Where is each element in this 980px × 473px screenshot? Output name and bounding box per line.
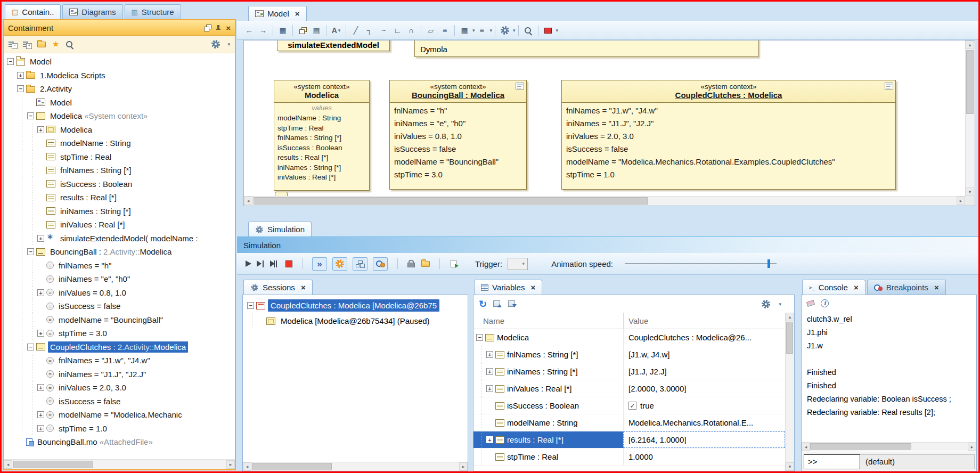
zoom-search-icon[interactable]	[521, 24, 535, 37]
line-style-icon[interactable]: ╱	[349, 24, 363, 37]
variable-row[interactable]: +results : Real [*][6.2164, 1.0000]	[473, 431, 785, 448]
paste-icon[interactable]: ▤	[309, 24, 323, 37]
tab-sessions[interactable]: Sessions ×	[243, 280, 313, 295]
session-item[interactable]: Modelica [Modelica@26b75434] (Paused)	[243, 313, 468, 329]
animation-toggle[interactable]	[373, 257, 388, 271]
scroll-right-icon[interactable]: ▸	[957, 197, 965, 205]
system-context-box-coupledclutches[interactable]: «system context» CoupledClutches : Model…	[561, 80, 896, 190]
expander-icon[interactable]: +	[486, 351, 493, 358]
variable-value-cell[interactable]: CoupledClutches : Modelica@26...	[623, 329, 785, 346]
variable-name-cell[interactable]: isSuccess : Boolean	[473, 397, 623, 414]
close-icon[interactable]: ×	[854, 283, 859, 292]
lock-icon[interactable]	[407, 260, 414, 267]
tree-item[interactable]: fnlNames = "J1.w", "J4.w"	[4, 354, 235, 368]
variable-row[interactable]: modelName : StringModelica.Mechanics.Rot…	[473, 414, 785, 431]
tree-item[interactable]: iniNames = "J1.J", "J2.J"	[4, 368, 235, 381]
corner-style-icon[interactable]: ┐	[363, 24, 377, 37]
variable-value-cell[interactable]: [6.2164, 1.0000]	[623, 431, 785, 448]
animation-speed-slider[interactable]	[625, 258, 777, 269]
system-context-box-modelica[interactable]: «system context» Modelica values modelNa…	[274, 80, 370, 191]
variable-value-cell[interactable]: [J1.w, J4.w]	[623, 346, 785, 363]
tree-item[interactable]: iniNames = "e", "h0"	[4, 272, 235, 286]
tab-console[interactable]: >_ Console ×	[802, 280, 865, 295]
export-results-icon[interactable]	[450, 260, 458, 268]
step-over-icon[interactable]	[270, 260, 278, 267]
tab-breakpoints[interactable]: Breakpoints ×	[867, 280, 946, 295]
tree-item[interactable]: isSuccess = false	[4, 395, 235, 409]
expander-icon[interactable]: +	[37, 235, 44, 242]
tree-item[interactable]: isSuccess = false	[4, 299, 235, 313]
variable-name-cell[interactable]: −Modelica	[473, 329, 623, 346]
expander-icon[interactable]: −	[27, 248, 34, 255]
variable-row[interactable]: +iniNames : String [*][J1.J, J2.J]	[473, 363, 785, 380]
list-view-icon[interactable]: ≡	[475, 24, 489, 37]
gear-icon[interactable]	[211, 40, 220, 48]
variable-name-cell[interactable]: +results : Real [*]	[473, 431, 623, 448]
checkbox-checked-icon[interactable]: ✓	[628, 402, 636, 410]
variable-row[interactable]: +iniValues : Real [*][2.0000, 3.0000]	[473, 380, 785, 397]
scroll-left-icon[interactable]: ◂	[243, 462, 251, 471]
tab-diagrams[interactable]: Diagrams	[62, 4, 123, 19]
tree-item[interactable]: iniValues : Real [*]	[4, 218, 235, 232]
partial-box-simulate-extended-model[interactable]: simulateExtendedModel	[277, 40, 390, 51]
console-hscrollbar[interactable]: ◂ ▸	[802, 442, 976, 451]
partial-box-dymola[interactable]: Dymola	[414, 40, 758, 57]
variable-value-cell[interactable]: 1.0000	[623, 448, 785, 465]
info-icon[interactable]: i	[821, 299, 829, 307]
clear-console-icon[interactable]	[806, 300, 815, 307]
tree-item[interactable]: +modelName = "Modelica.Mechanic	[4, 408, 235, 422]
tree-item[interactable]: +Modelica	[4, 123, 235, 137]
close-icon[interactable]: ×	[934, 283, 939, 292]
expander-icon[interactable]: −	[17, 85, 24, 92]
gear-icon[interactable]	[762, 300, 770, 308]
variable-name-cell[interactable]: +fnlNames : String [*]	[473, 346, 623, 363]
console-output[interactable]: clutch3.w_relJ1.phiJ1.w FinishedFinished…	[802, 313, 976, 441]
console-scope-select[interactable]: (default)	[860, 454, 975, 469]
splitter[interactable]	[237, 206, 978, 220]
pin-icon[interactable]	[215, 25, 222, 31]
tree-item[interactable]: iniNames : String [*]	[4, 205, 235, 218]
expander-icon[interactable]: −	[247, 302, 254, 309]
nav-forward-icon[interactable]: →	[256, 24, 270, 37]
step-into-icon[interactable]	[257, 260, 265, 267]
open-project-icon[interactable]	[421, 261, 430, 267]
system-context-box-bouncingball[interactable]: «system context» BouncingBall : Modelica…	[389, 80, 527, 190]
show-in-tree-icon[interactable]	[493, 300, 502, 307]
element-properties-icon[interactable]	[885, 83, 893, 89]
tree-item[interactable]: −Model	[4, 55, 235, 69]
collapse-all-icon[interactable]	[9, 41, 17, 48]
variable-name-cell[interactable]: +iniValues : Real [*]	[473, 380, 623, 397]
stop-icon[interactable]	[285, 260, 292, 267]
scroll-down-icon[interactable]: ▾	[966, 187, 974, 196]
run-icon[interactable]	[246, 260, 251, 267]
tree-item[interactable]: results : Real [*]	[4, 191, 235, 205]
tree-item[interactable]: −BouncingBall : 2.Activity::Modelica	[4, 245, 235, 259]
scroll-left-icon[interactable]: ◂	[4, 460, 12, 469]
tree-item[interactable]: fnlNames : String [*]	[4, 164, 235, 177]
variable-name-cell[interactable]: stpTime : Real	[473, 448, 623, 465]
scrollbar-thumb[interactable]	[252, 463, 332, 470]
expander-icon[interactable]: +	[17, 72, 24, 79]
search-icon[interactable]	[66, 40, 74, 48]
close-icon[interactable]: ×	[301, 283, 306, 292]
tree-item[interactable]: Model	[4, 96, 235, 110]
session-item[interactable]: −CoupledClutches : Modelica [Modelica@26…	[243, 298, 468, 313]
tab-containment[interactable]: ▤ Contain..	[5, 4, 61, 19]
fast-run-toggle[interactable]: »	[312, 257, 327, 271]
refresh-icon[interactable]: ↻	[479, 300, 487, 308]
column-header-value[interactable]: Value	[623, 313, 785, 329]
curve-style-icon[interactable]: ~	[377, 24, 390, 37]
diagram-canvas[interactable]: simulateExtendedModel Dymola «system con…	[244, 40, 965, 196]
variable-value-cell[interactable]: [J1.J, J2.J]	[623, 363, 785, 380]
partial-shape[interactable]	[275, 192, 288, 196]
scroll-right-icon[interactable]: ▸	[459, 462, 468, 471]
compartments-icon[interactable]: ≡	[438, 24, 452, 37]
favorites-star-icon[interactable]: ★	[52, 39, 59, 49]
containment-hscrollbar[interactable]: ◂ ▸	[4, 459, 235, 469]
arc-style-icon[interactable]: ∩	[404, 24, 418, 37]
float-window-icon[interactable]	[204, 25, 211, 31]
expander-icon[interactable]: +	[37, 330, 44, 337]
expander-icon[interactable]: +	[486, 436, 493, 443]
variables-vscrollbar[interactable]: ▴ ▾	[785, 313, 794, 471]
ui-hierarchy-toggle[interactable]	[353, 257, 368, 271]
